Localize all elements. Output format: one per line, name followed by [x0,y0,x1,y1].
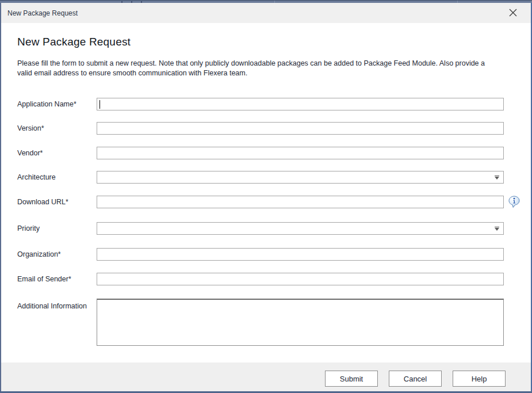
close-button[interactable] [506,5,520,20]
form-row-organization: Organization* [17,248,505,261]
additional-information-label: Additional Information [17,302,97,310]
submit-button[interactable]: Submit [325,371,378,387]
vendor-label: Vendor* [17,149,97,157]
organization-label: Organization* [17,250,97,258]
version-label: Version* [17,124,97,132]
download-url-input[interactable] [97,196,503,208]
dialog-titlebar: New Package Request [1,3,531,23]
email-of-sender-field[interactable] [97,273,504,285]
additional-information-field[interactable] [97,299,504,346]
download-url-label: Download URL* [17,198,97,206]
organization-input[interactable] [97,249,503,260]
form-row-version: Version* [17,122,505,135]
vendor-field[interactable] [97,147,504,159]
form-row-vendor: Vendor* [17,147,505,159]
application-name-label: Application Name* [17,100,97,108]
priority-label: Priority [17,224,97,232]
architecture-label: Architecture [17,173,97,181]
version-field[interactable] [97,122,504,135]
form-row-additional-information: Additional Information [17,299,505,346]
download-url-field[interactable] [97,196,504,208]
organization-field[interactable] [97,248,504,261]
form-description: Please fill the form to submit a new req… [17,59,500,78]
additional-information-textarea[interactable] [97,300,503,345]
email-of-sender-input[interactable] [97,273,503,285]
chevron-down-icon [495,228,499,231]
version-input[interactable] [97,123,503,134]
form-row-priority: Priority [17,222,505,235]
application-name-input[interactable] [97,98,503,110]
form-row-application-name: Application Name* [17,98,505,110]
new-package-request-dialog: New Package Request New Package Request … [0,0,532,393]
form-row-email-of-sender: Email of Sender* [17,273,505,285]
dialog-footer: Submit Cancel Help [1,363,531,391]
email-of-sender-label: Email of Sender* [17,275,97,283]
vendor-input[interactable] [97,147,503,159]
info-balloon-icon[interactable] [508,196,520,209]
application-name-field[interactable] [97,98,504,110]
form-row-architecture: Architecture [17,171,505,184]
architecture-select[interactable] [97,171,504,184]
dialog-title: New Package Request [7,9,78,17]
close-icon [509,9,517,17]
form-row-download-url: Download URL* [17,196,505,208]
page-title: New Package Request [17,36,131,48]
text-caret [99,100,100,109]
help-button[interactable]: Help [453,371,506,387]
priority-select[interactable] [97,222,504,235]
chevron-down-icon [495,177,499,180]
cancel-button[interactable]: Cancel [389,371,442,387]
